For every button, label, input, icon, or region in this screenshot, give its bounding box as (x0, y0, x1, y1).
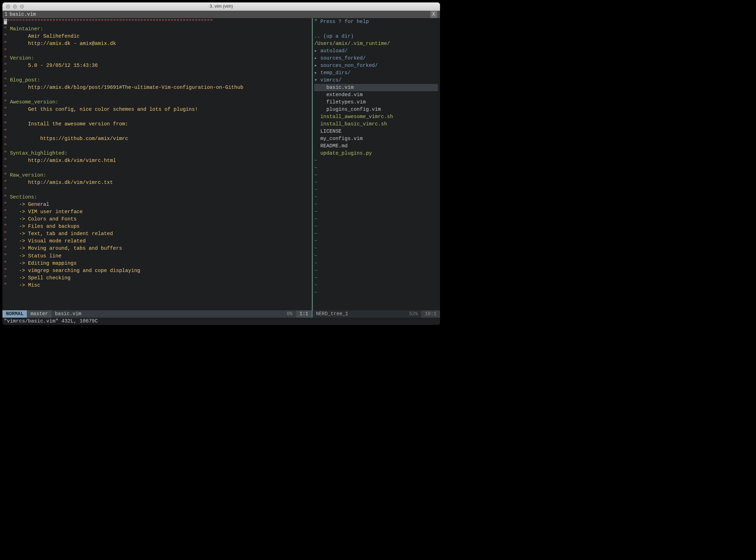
empty-line: ~ (314, 238, 439, 245)
git-branch: master (27, 310, 51, 318)
nerdtree-pane[interactable]: " Press ? for help .. (up a dir)/Users/a… (313, 18, 440, 310)
code-line[interactable]: " http://amix.dk/vim/vimrc.txt (4, 179, 310, 186)
empty-line: ~ (314, 157, 439, 164)
code-line[interactable]: " Maintainer: (4, 25, 310, 33)
code-line[interactable]: " -> VIM user interface (4, 208, 310, 216)
empty-line: ~ (314, 208, 439, 216)
code-line[interactable]: " -> Visual mode related (4, 238, 310, 245)
percent-segment: 52% (406, 310, 421, 317)
nerdtree-item[interactable]: filetypes.vim (314, 99, 439, 106)
nerdtree-item[interactable]: update_plugins.py (314, 150, 439, 157)
nerdtree-blank (314, 25, 439, 33)
code-line[interactable]: " Get this config, nice color schemes an… (4, 106, 310, 113)
code-line[interactable]: " -> Editing mappings (4, 260, 310, 267)
code-line[interactable]: " Syntax_highlighted: (4, 150, 310, 157)
code-line[interactable]: " Blog_post: (4, 77, 310, 84)
editor-panes: """"""""""""""""""""""""""""""""""""""""… (2, 18, 440, 310)
nerdtree-item[interactable]: extended.vim (314, 91, 439, 99)
code-line[interactable]: " https://github.com/amix/vimrc (4, 135, 310, 142)
buffer-content[interactable]: """"""""""""""""""""""""""""""""""""""""… (2, 18, 312, 310)
code-line[interactable]: " http://amix.dk/vim/vimrc.html (4, 157, 310, 164)
nerdtree-item[interactable]: ▸ sources_non_forked/ (314, 62, 439, 69)
nerdtree-item[interactable]: ▸ autoload/ (314, 47, 439, 55)
code-line[interactable]: " -> Misc (4, 282, 310, 289)
empty-line: ~ (314, 252, 439, 260)
position-segment: 10:1 (421, 310, 440, 317)
code-line[interactable]: " -> Moving around, tabs and buffers (4, 245, 310, 252)
code-line[interactable]: " (4, 142, 310, 150)
code-line[interactable]: " Amir Salihefendic (4, 33, 310, 40)
code-line[interactable]: " 5.0 - 29/05/12 15:43:36 (4, 62, 310, 69)
filename-segment: basic.vim (52, 310, 85, 318)
code-line[interactable]: " Sections: (4, 194, 310, 201)
code-line[interactable]: " (4, 128, 310, 135)
empty-line: ~ (314, 201, 439, 208)
statusline-active: NORMAL master basic.vim 0% 1:1 (2, 310, 312, 318)
position-segment: 1:1 (296, 310, 312, 317)
nerdtree-help: " Press ? for help (314, 18, 439, 25)
nerdtree-item[interactable]: basic.vim (314, 84, 439, 91)
tab-close-button[interactable]: X (430, 11, 437, 18)
code-line[interactable]: " -> Spell checking (4, 274, 310, 282)
nerdtree-item[interactable]: README.md (314, 142, 439, 150)
empty-line: ~ (314, 245, 439, 252)
code-line[interactable]: " Install the awesome version from: (4, 120, 310, 128)
code-line[interactable]: """"""""""""""""""""""""""""""""""""""""… (4, 18, 310, 25)
empty-line: ~ (314, 186, 439, 194)
code-line[interactable]: " -> Files and backups (4, 223, 310, 230)
empty-line: ~ (314, 230, 439, 238)
code-line[interactable]: " -> Colors and Fonts (4, 216, 310, 223)
code-line[interactable]: " http://amix.dk/blog/post/19691#The-ult… (4, 84, 310, 91)
nerdtree-item[interactable]: LICENSE (314, 128, 439, 135)
window-title: 3. vim (vim) (2, 3, 440, 10)
code-line[interactable]: " Awesome_version: (4, 99, 310, 106)
mode-indicator: NORMAL (2, 310, 27, 318)
code-line[interactable]: " (4, 91, 310, 99)
nerdtree-content[interactable]: " Press ? for help .. (up a dir)/Users/a… (313, 18, 440, 310)
code-line[interactable]: " (4, 47, 310, 55)
code-line[interactable]: " (4, 164, 310, 172)
empty-line: ~ (314, 172, 439, 179)
status-lines: NORMAL master basic.vim 0% 1:1 NERD_tree… (2, 310, 440, 318)
command-line[interactable]: "vimrcs/basic.vim" 432L, 10679C (2, 318, 440, 325)
nerdtree-root[interactable]: /Users/amix/.vim_runtime/ (314, 40, 439, 47)
empty-line: ~ (314, 194, 439, 201)
code-line[interactable]: " Version: (4, 55, 310, 62)
empty-line: ~ (314, 216, 439, 223)
nerdtree-item[interactable]: my_configs.vim (314, 135, 439, 142)
terminal-window: 3. vim (vim) 1 basic.vim X """""""""""""… (2, 2, 440, 325)
nerdtree-item[interactable]: install_awesome_vimrc.sh (314, 113, 439, 120)
code-line[interactable]: " -> General (4, 201, 310, 208)
empty-line: ~ (314, 179, 439, 186)
code-line[interactable]: " -> vimgrep searching and cope displayi… (4, 267, 310, 274)
nerdtree-item[interactable]: ▸ temp_dirs/ (314, 69, 439, 77)
tab-index: 1 (5, 11, 7, 18)
empty-line: ~ (314, 164, 439, 172)
percent-segment: 0% (283, 310, 296, 317)
vim-tabline: 1 basic.vim X (2, 11, 440, 18)
empty-line: ~ (314, 289, 439, 296)
nerdtree-item[interactable]: install_basic_vimrc.sh (314, 120, 439, 128)
empty-line: ~ (314, 223, 439, 230)
nerdtree-item[interactable]: plugins_config.vim (314, 106, 439, 113)
main-editor-pane[interactable]: """"""""""""""""""""""""""""""""""""""""… (2, 18, 312, 310)
code-line[interactable]: " Raw_version: (4, 172, 310, 179)
code-line[interactable]: " (4, 113, 310, 120)
nerdtree-updir[interactable]: .. (up a dir) (314, 33, 439, 40)
code-line[interactable]: " -> Text, tab and indent related (4, 230, 310, 238)
code-line[interactable]: " -> Status line (4, 252, 310, 260)
tab-label[interactable]: basic.vim (9, 11, 36, 18)
empty-line: ~ (314, 260, 439, 267)
empty-line: ~ (314, 267, 439, 274)
empty-line: ~ (314, 282, 439, 289)
code-line[interactable]: " (4, 186, 310, 194)
titlebar: 3. vim (vim) (2, 2, 440, 11)
code-line[interactable]: " http://amix.dk - amix@amix.dk (4, 40, 310, 47)
statusline-inactive: NERD_tree_1 52% 10:1 (313, 310, 440, 318)
nerdtree-item[interactable]: ▾ vimrcs/ (314, 77, 439, 84)
nerdtree-item[interactable]: ▸ sources_forked/ (314, 55, 439, 62)
code-line[interactable]: " (4, 69, 310, 77)
empty-line: ~ (314, 274, 439, 282)
filename-segment: NERD_tree_1 (313, 310, 352, 318)
